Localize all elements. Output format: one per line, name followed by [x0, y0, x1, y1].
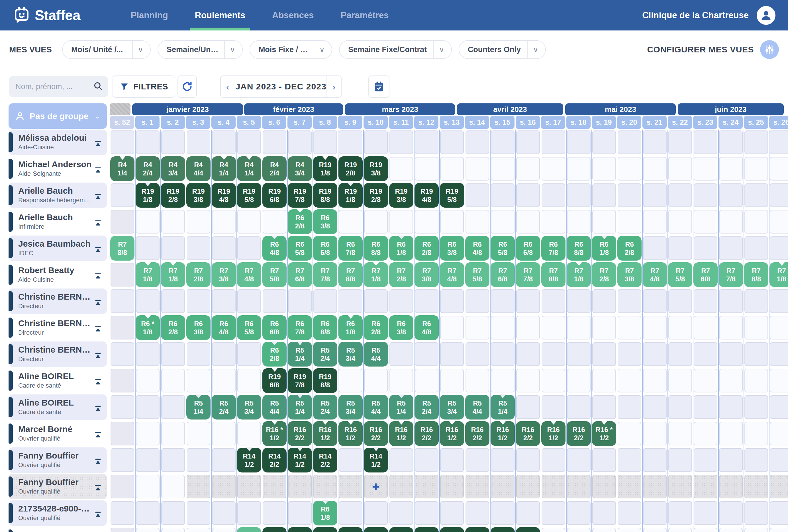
- employee-card[interactable]: Christine BERNADASDirecteur: [8, 341, 107, 367]
- schedule-cell[interactable]: [668, 369, 692, 392]
- shift-chip[interactable]: [389, 527, 413, 532]
- schedule-cell[interactable]: [136, 475, 160, 498]
- schedule-cell[interactable]: [516, 395, 540, 419]
- schedule-cell[interactable]: [744, 475, 768, 498]
- schedule-cell[interactable]: [186, 289, 210, 313]
- shift-chip[interactable]: R72/8: [389, 262, 413, 287]
- schedule-cell[interactable]: [719, 528, 743, 532]
- shift-chip[interactable]: R162/2: [516, 421, 540, 446]
- shift-chip[interactable]: R53/4: [338, 395, 363, 419]
- schedule-cell[interactable]: [111, 422, 134, 446]
- schedule-cell[interactable]: [111, 183, 134, 207]
- schedule-cell[interactable]: [212, 236, 236, 260]
- schedule-cell[interactable]: [415, 157, 438, 181]
- schedule-cell[interactable]: [161, 210, 185, 234]
- schedule-cell[interactable]: [440, 157, 464, 181]
- schedule-cell[interactable]: [440, 342, 464, 366]
- shift-chip[interactable]: R41/4: [237, 156, 261, 181]
- schedule-cell[interactable]: [186, 448, 210, 472]
- shift-chip[interactable]: R76/8: [491, 262, 515, 287]
- shift-chip[interactable]: R141/2: [237, 448, 261, 472]
- schedule-cell[interactable]: [390, 475, 413, 498]
- shift-chip[interactable]: R74/8: [237, 262, 261, 287]
- shift-chip[interactable]: R197/8: [288, 368, 312, 393]
- schedule-cell[interactable]: [694, 289, 717, 313]
- schedule-cell[interactable]: [136, 236, 160, 260]
- schedule-cell[interactable]: [186, 210, 210, 234]
- schedule-cell[interactable]: [136, 422, 160, 446]
- shift-chip[interactable]: R193/8: [364, 156, 388, 181]
- schedule-cell[interactable]: [668, 422, 692, 446]
- shift-chip[interactable]: R161/2: [541, 421, 566, 446]
- schedule-cell[interactable]: [212, 501, 236, 525]
- schedule-cell[interactable]: [744, 131, 768, 154]
- schedule-cell[interactable]: [668, 289, 692, 313]
- schedule-cell[interactable]: [618, 448, 641, 472]
- shift-chip[interactable]: R53/4: [338, 342, 363, 367]
- shift-chip[interactable]: [491, 527, 515, 532]
- shift-chip[interactable]: R61/8: [389, 236, 413, 261]
- schedule-cell[interactable]: [618, 289, 641, 313]
- schedule-cell[interactable]: [643, 289, 667, 313]
- schedule-cell[interactable]: [516, 448, 540, 472]
- shift-chip[interactable]: R161/2: [389, 421, 413, 446]
- schedule-cell[interactable]: [313, 289, 337, 313]
- schedule-cell[interactable]: [618, 422, 641, 446]
- schedule-cell[interactable]: [237, 236, 261, 260]
- schedule-cell[interactable]: [770, 422, 788, 446]
- shift-chip[interactable]: R63/8: [440, 236, 464, 261]
- schedule-cell[interactable]: [111, 263, 134, 287]
- shift-chip[interactable]: [516, 527, 540, 532]
- schedule-cell[interactable]: [719, 501, 743, 525]
- shift-chip[interactable]: R42/4: [136, 156, 160, 181]
- shift-chip[interactable]: R72/8: [592, 262, 616, 287]
- schedule-cell[interactable]: [643, 183, 667, 207]
- schedule-cell[interactable]: [770, 475, 788, 498]
- schedule-cell[interactable]: [212, 131, 236, 154]
- schedule-cell[interactable]: [592, 528, 616, 532]
- shift-chip[interactable]: R161/2: [440, 421, 464, 446]
- schedule-cell[interactable]: [719, 236, 743, 260]
- shift-chip[interactable]: R64/8: [465, 236, 489, 261]
- schedule-cell[interactable]: [339, 289, 362, 313]
- schedule-cell[interactable]: [415, 342, 438, 366]
- schedule-cell[interactable]: [339, 501, 362, 525]
- schedule-cell[interactable]: [364, 501, 388, 525]
- shift-chip[interactable]: [465, 527, 489, 532]
- shift-chip[interactable]: R62/8: [262, 342, 287, 367]
- schedule-cell[interactable]: [339, 475, 362, 498]
- schedule-cell[interactable]: [668, 210, 692, 234]
- shift-chip[interactable]: R197/8: [288, 183, 312, 208]
- shift-chip[interactable]: R65/8: [288, 236, 312, 261]
- schedule-cell[interactable]: [136, 528, 160, 532]
- schedule-cell[interactable]: [111, 131, 134, 154]
- schedule-cell[interactable]: [491, 448, 514, 472]
- schedule-cell[interactable]: [567, 342, 591, 366]
- schedule-cell[interactable]: [744, 528, 768, 532]
- collapse-icon[interactable]: [94, 325, 102, 334]
- shift-chip[interactable]: R77/8: [719, 262, 743, 287]
- shift-chip[interactable]: R198/8: [313, 183, 337, 208]
- shift-chip[interactable]: R73/8: [617, 262, 642, 287]
- collapse-icon[interactable]: [94, 139, 102, 149]
- tab-roulements[interactable]: Roulements: [181, 0, 259, 31]
- shift-chip[interactable]: R71/8: [364, 262, 388, 287]
- schedule-cell[interactable]: [440, 475, 464, 498]
- schedule-cell[interactable]: [440, 131, 464, 154]
- schedule-cell[interactable]: [744, 210, 768, 234]
- collapse-icon[interactable]: [94, 484, 102, 493]
- shift-chip[interactable]: R64/8: [262, 236, 287, 261]
- shift-chip[interactable]: R54/4: [262, 395, 287, 419]
- shift-chip[interactable]: R52/4: [313, 395, 337, 419]
- schedule-cell[interactable]: [744, 448, 768, 472]
- schedule-cell[interactable]: [516, 501, 540, 525]
- schedule-cell[interactable]: [288, 501, 312, 525]
- schedule-cell[interactable]: [186, 501, 210, 525]
- schedule-cell[interactable]: [136, 289, 160, 313]
- schedule-cell[interactable]: [592, 157, 616, 181]
- schedule-cell[interactable]: [770, 289, 788, 313]
- view-dropdown-3[interactable]: Mois Fixe / Q...∨: [250, 40, 332, 59]
- schedule-cell[interactable]: [136, 342, 160, 366]
- schedule-cell[interactable]: [668, 183, 692, 207]
- schedule-cell[interactable]: [694, 210, 717, 234]
